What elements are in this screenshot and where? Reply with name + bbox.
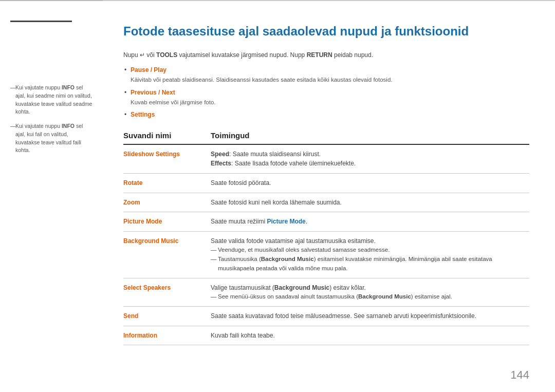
row-desc-picture-mode: Saate muuta režiimi Picture Mode. [211,212,529,232]
slideshow-speed: Speed: Saate muuta slaidiseansi kiirust. [211,151,321,158]
table-row: Slideshow Settings Speed: Saate muuta sl… [123,144,529,174]
table-row: Zoom Saate fotosid kuni neli korda lähem… [123,193,529,212]
row-name-select-speakers: Select Speakers [123,278,211,306]
col-header-actions: Toimingud [211,127,529,144]
table-row: Background Music Saate valida fotode vaa… [123,231,529,278]
slideshow-effects: Effects: Saate lisada fotode vahele ülem… [211,160,356,167]
col-header-name: Suvandi nimi [123,127,211,144]
row-name-bg-music: Background Music [123,231,211,278]
table-row: Rotate Saate fotosid pöörata. [123,174,529,193]
select-speakers-note: See menüü-üksus on saadaval ainult taust… [211,292,529,302]
sidebar-top-line [10,21,72,22]
previous-next-title: Previous / Next [131,89,175,96]
row-name-zoom: Zoom [123,193,211,212]
row-desc-rotate: Saate fotosid pöörata. [211,174,529,193]
pause-play-title: Pause / Play [131,66,166,73]
row-name-slideshow: Slideshow Settings [123,144,211,174]
table-row: Send Saate saata kuvatavad fotod teise m… [123,307,529,326]
intro-paragraph: Nupu ↵ või TOOLS vajutamisel kuvatakse j… [123,50,529,60]
previous-next-desc: Kuvab eelmise või järgmise foto. [131,98,529,107]
table-row: Picture Mode Saate muuta režiimi Picture… [123,212,529,232]
feature-table: Suvandi nimi Toimingud Slideshow Setting… [123,127,529,346]
content-top-border [103,0,555,1]
bg-music-note1: Veenduge, et muusikafall oleks salvestat… [211,246,529,255]
row-name-picture-mode: Picture Mode [123,212,211,232]
page-number: 144 [510,368,529,382]
main-content: Fotode taasesituse ajal saadaolevad nupu… [103,0,555,392]
sidebar-notes: Kui vajutate nuppu INFO sel ajal, kui se… [10,84,92,155]
page-title: Fotode taasesituse ajal saadaolevad nupu… [123,23,529,39]
bg-music-note2: Taustamuusika (Background Music) esitami… [211,255,529,273]
table-header-row: Suvandi nimi Toimingud [123,127,529,144]
row-desc-send: Saate saata kuvatavad fotod teise mäluse… [211,307,529,326]
picture-mode-link: Picture Mode [267,218,305,225]
row-name-send: Send [123,307,211,326]
pause-play-desc: Käivitab või peatab slaidiseansi. Slaidi… [131,76,529,84]
sidebar-note-2: Kui vajutate nuppu INFO sel ajal, kui fa… [10,122,92,155]
bullet-pause-play: Pause / Play Käivitab või peatab slaidis… [123,65,529,84]
row-desc-slideshow: Speed: Saate muuta slaidiseansi kiirust.… [211,144,529,174]
sidebar: Kui vajutate nuppu INFO sel ajal, kui se… [0,0,103,392]
settings-title: Settings [131,111,155,118]
row-desc-information: Kuvab faili kohta teabe. [211,326,529,345]
table-row: Select Speakers Valige taustamuusikat (B… [123,278,529,306]
row-desc-zoom: Saate fotosid kuni neli korda lähemale s… [211,193,529,212]
feature-bullets: Pause / Play Käivitab või peatab slaidis… [123,65,529,119]
bullet-previous-next: Previous / Next Kuvab eelmise või järgmi… [123,88,529,107]
sidebar-note-1: Kui vajutate nuppu INFO sel ajal, kui se… [10,84,92,116]
row-name-information: Information [123,326,211,345]
row-name-rotate: Rotate [123,174,211,193]
row-desc-bg-music: Saate valida fotode vaatamise ajal taust… [211,231,529,278]
bullet-settings: Settings [123,110,529,119]
row-desc-select-speakers: Valige taustamuusikat (Background Music)… [211,278,529,306]
table-row: Information Kuvab faili kohta teabe. [123,326,529,345]
